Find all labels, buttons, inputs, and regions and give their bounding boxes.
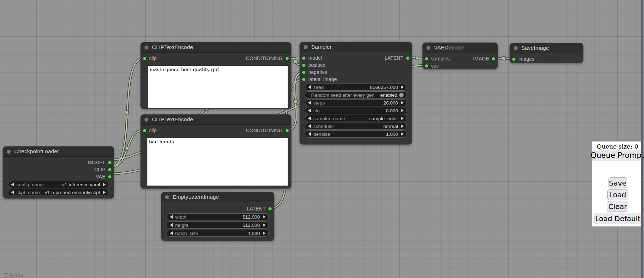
toggle-icon[interactable] [399, 93, 404, 97]
node-clip-text-encode-negative[interactable]: CLIPTextEncode clip CONDITIONING bad han… [141, 114, 291, 188]
widget-scheduler[interactable]: scheduler normal [305, 123, 407, 130]
collapse-dot-icon[interactable] [514, 46, 518, 50]
decrement-arrow-icon[interactable] [308, 117, 311, 120]
increment-arrow-icon[interactable] [263, 215, 266, 219]
input-port-dot[interactable] [302, 71, 305, 74]
increment-arrow-icon[interactable] [401, 109, 404, 112]
queue-prompt-button[interactable]: Queue Prompt [592, 150, 643, 161]
widget-random-seed-toggle[interactable]: Random seed after every gen enabled [305, 91, 407, 98]
load-button[interactable]: Load [607, 189, 628, 200]
collapse-dot-icon[interactable] [165, 195, 169, 199]
widget-seed[interactable]: seed 8566257.000 [305, 84, 407, 91]
node-clip-text-encode-positive[interactable]: CLIPTextEncode clip CONDITIONING masterp… [141, 42, 291, 109]
widget-batch-size[interactable]: batch_size 1.000 [167, 230, 269, 237]
node-header[interactable]: EmptyLatentImage [161, 192, 274, 202]
increment-arrow-icon[interactable] [103, 183, 106, 186]
decrement-arrow-icon[interactable] [308, 85, 311, 89]
scrollbar[interactable] [641, 0, 643, 278]
input-port-dot[interactable] [302, 78, 305, 81]
collapse-dot-icon[interactable] [426, 46, 430, 50]
widget-label: cfg [313, 108, 320, 113]
input-port-dot[interactable] [143, 57, 146, 60]
decrement-arrow-icon[interactable] [170, 231, 173, 235]
output-port-dot[interactable] [286, 129, 289, 132]
input-port-dot[interactable] [143, 129, 146, 132]
clear-button[interactable]: Clear [607, 201, 628, 212]
node-title: CheckpointLoader [14, 148, 59, 155]
widget-width[interactable]: width 512.000 [167, 213, 269, 220]
widget-value: 1.000 [386, 132, 398, 137]
node-header[interactable]: CheckpointLoader [3, 146, 114, 157]
widget-cfg[interactable]: cfg 8.000 [305, 107, 407, 114]
widget-denoise[interactable]: denoise 1.000 [305, 130, 407, 138]
increment-arrow-icon[interactable] [401, 117, 404, 120]
collapse-dot-icon[interactable] [304, 45, 308, 49]
decrement-arrow-icon[interactable] [170, 223, 173, 227]
io-row-samples-image: samples IMAGE [423, 55, 498, 62]
widget-label: batch_size [175, 231, 198, 236]
input-port-dot[interactable] [302, 64, 305, 67]
prompt-textarea[interactable]: masterpiece best quality girl [148, 66, 288, 108]
widget-value: 512.000 [242, 214, 260, 220]
increment-arrow-icon[interactable] [263, 223, 266, 227]
node-sampler[interactable]: Sampler model LATENT positive negative l… [300, 42, 412, 144]
decrement-arrow-icon[interactable] [11, 183, 14, 186]
prompt-textarea[interactable]: bad hands [147, 138, 288, 186]
decrement-arrow-icon[interactable] [308, 132, 311, 136]
collapse-dot-icon[interactable] [7, 150, 11, 154]
load-default-button[interactable]: Load Default [595, 213, 641, 224]
input-port-dot[interactable] [302, 57, 305, 60]
output-row-vae: VAE [3, 173, 114, 180]
increment-arrow-icon[interactable] [401, 132, 404, 136]
node-header[interactable]: SaveImage [510, 43, 583, 53]
output-port-dot[interactable] [286, 57, 289, 60]
output-label: LATENT [247, 206, 266, 212]
node-title: Sampler [311, 44, 332, 50]
output-port-dot[interactable] [406, 57, 409, 60]
node-empty-latent-image[interactable]: EmptyLatentImage LATENT width 512.000 he… [161, 192, 274, 241]
input-port-dot[interactable] [425, 57, 428, 60]
decrement-arrow-icon[interactable] [308, 101, 311, 105]
output-port-dot[interactable] [268, 207, 272, 210]
node-header[interactable]: Sampler [300, 42, 412, 52]
save-button[interactable]: Save [608, 177, 627, 188]
decrement-arrow-icon[interactable] [308, 109, 311, 112]
widget-config-name[interactable]: config_name v1-inference.yaml [8, 181, 109, 188]
widget-value: 512.000 [242, 223, 260, 228]
decrement-arrow-icon[interactable] [308, 124, 311, 128]
output-label: IMAGE [473, 56, 489, 62]
input-port-dot[interactable] [512, 58, 515, 61]
collapse-dot-icon[interactable] [145, 46, 148, 49]
node-title: EmptyLatentImage [173, 194, 219, 200]
node-vae-decode[interactable]: VAEDecode samples IMAGE vae [423, 43, 498, 69]
widget-ckpt-name[interactable]: ckpt_name v1-5-pruned-emaonly.ckpt [8, 189, 109, 196]
output-label: MODEL [88, 160, 105, 165]
increment-arrow-icon[interactable] [401, 85, 404, 89]
decrement-arrow-icon[interactable] [170, 215, 173, 219]
node-header[interactable]: VAEDecode [423, 43, 498, 53]
widget-label: seed [313, 85, 324, 90]
input-label: model [308, 55, 322, 61]
output-port-dot[interactable] [108, 168, 111, 171]
widget-value: normal [383, 124, 398, 129]
input-port-dot[interactable] [425, 64, 428, 68]
node-header[interactable]: CLIPTextEncode [141, 114, 291, 125]
increment-arrow-icon[interactable] [401, 124, 404, 128]
node-checkpoint-loader[interactable]: CheckpointLoader MODEL CLIP VAE config_n… [3, 146, 114, 198]
decrement-arrow-icon[interactable] [11, 191, 14, 194]
widget-height[interactable]: height 512.000 [167, 221, 269, 229]
input-label: vae [431, 63, 439, 69]
widget-steps[interactable]: steps 20.000 [305, 99, 407, 106]
increment-arrow-icon[interactable] [401, 101, 404, 105]
widget-sampler-name[interactable]: sampler_name sample_euler [305, 115, 407, 122]
node-header[interactable]: CLIPTextEncode [141, 42, 291, 53]
output-port-dot[interactable] [492, 57, 495, 60]
node-save-image[interactable]: SaveImage images [510, 43, 583, 63]
output-port-dot[interactable] [108, 175, 111, 178]
output-label: CLIP [94, 167, 105, 172]
output-port-dot[interactable] [108, 161, 111, 164]
increment-arrow-icon[interactable] [263, 231, 266, 235]
increment-arrow-icon[interactable] [103, 191, 106, 194]
widget-value: 20.000 [383, 100, 398, 106]
collapse-dot-icon[interactable] [145, 118, 148, 122]
